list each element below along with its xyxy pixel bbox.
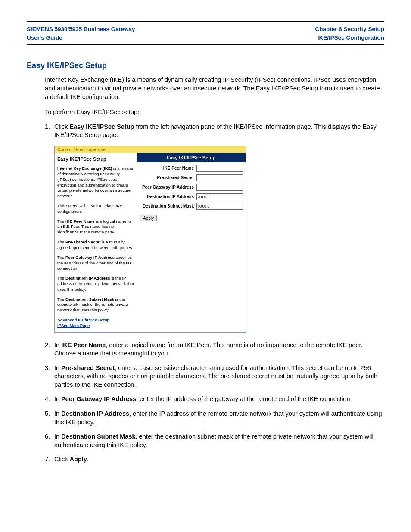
step-number: 4. [45, 395, 54, 404]
input-peer-gateway-ip[interactable] [196, 184, 243, 191]
step-bold: Pre-shared Secret [61, 364, 115, 371]
embed-sidebar: Easy IKE/IPSec Setup Internet Key Exchan… [55, 153, 137, 332]
label-preshared-secret: Pre-shared Secret [139, 175, 196, 181]
side-text: The [57, 255, 65, 260]
embedded-screenshot: Current User: superuser Easy IKE/IPSec S… [54, 146, 246, 333]
label-ike-peer-name: IKE Peer Name [139, 165, 196, 171]
step-bold: Easy IKE/IPSec Setup [69, 123, 134, 130]
header-section: IKE/IPSec Configuration [315, 34, 384, 42]
step-text: In [54, 342, 61, 348]
step-number: 1. [45, 123, 54, 140]
step-number: 2. [45, 341, 54, 358]
step-bold: Apply [69, 456, 87, 463]
side-bold: Pre-shared Secret [65, 240, 100, 244]
step-number: 5. [45, 410, 54, 426]
side-text: is a means of dynamically creating IP Se… [57, 166, 133, 198]
side-bold: Peer Gateway IP Address [65, 255, 115, 260]
step-bold: Peer Gateway IP Address [61, 395, 136, 402]
side-text: The [57, 219, 65, 224]
step-number: 3. [45, 364, 54, 389]
side-bold: Destination IP Address [65, 276, 110, 280]
step-4: 4. In Peer Gateway IP Address, enter the… [45, 395, 384, 404]
step-number: 6. [45, 432, 54, 449]
step-bold: Destination IP Address [61, 410, 129, 417]
step-6: 6. In Destination Subnet Mask, enter the… [45, 432, 384, 449]
header-chapter: Chapter 6 Security Setup [315, 25, 384, 34]
header-guide: User's Guide [27, 34, 135, 42]
step-text: Click [54, 456, 69, 463]
step-bold: IKE Peer Name [61, 342, 106, 348]
label-destination-ip: Destination IP Address [139, 194, 196, 200]
side-text: The [57, 240, 65, 244]
input-destination-mask[interactable] [196, 203, 243, 210]
side-bold: Destination Subnet Mask [65, 297, 114, 302]
step-text: In [54, 433, 61, 440]
step-2: 2. In IKE Peer Name, enter a logical nam… [45, 341, 384, 358]
step-7: 7. Click Apply. [45, 455, 384, 464]
step-text: In [54, 410, 61, 417]
side-text: The [57, 276, 65, 280]
input-destination-ip[interactable] [196, 193, 243, 200]
intro-lead: To perform Easy IKE/IPSec setup: [45, 108, 384, 117]
side-text: The [57, 297, 65, 302]
input-ike-peer-name[interactable] [196, 165, 243, 172]
step-3: 3. In Pre-shared Secret, enter a case-se… [45, 364, 384, 389]
apply-button[interactable]: Apply [140, 215, 157, 221]
link-ipsec-main[interactable]: IPSec Main Page [57, 323, 134, 329]
step-text: In [54, 395, 61, 402]
step-text: In [54, 364, 61, 371]
embed-side-title: Easy IKE/IPSec Setup [57, 156, 134, 162]
side-bold: IKE Peer Name [65, 219, 95, 224]
header-product: SIEMENS 5930/5935 Business Gateway [27, 25, 135, 34]
step-text: . [87, 456, 89, 463]
embed-form-title: Easy IKE/IPSec Setup [137, 153, 246, 162]
link-advanced-setup[interactable]: Advanced IKE/IPSec Setup [57, 317, 134, 323]
label-peer-gateway-ip: Peer Gateway IP Address [139, 184, 196, 190]
step-text: Click [54, 123, 69, 130]
step-number: 7. [45, 455, 54, 464]
side-text: This screen will create a default IKE co… [57, 203, 134, 215]
step-text: , enter the IP address of the gateway at… [136, 395, 352, 402]
step-5: 5. In Destination IP Address, enter the … [45, 410, 384, 426]
step-1: 1. Click Easy IKE/IPSec Setup from the l… [45, 123, 384, 140]
side-bold: Internet Key Exchange (IKE) [57, 166, 112, 171]
step-bold: Destination Subnet Mask [61, 433, 135, 440]
page-header: SIEMENS 5930/5935 Business Gateway User'… [27, 25, 384, 44]
input-preshared-secret[interactable] [196, 174, 243, 181]
label-destination-mask: Destination Subnet Mask [139, 203, 196, 209]
intro-paragraph: Internet Key Exchange (IKE) is a means o… [45, 76, 384, 101]
embed-form: Easy IKE/IPSec Setup IKE Peer Name Pre-s… [137, 153, 246, 332]
section-heading: Easy IKE/IPSec Setup [27, 60, 384, 71]
current-user-bar: Current User: superuser [54, 146, 246, 154]
